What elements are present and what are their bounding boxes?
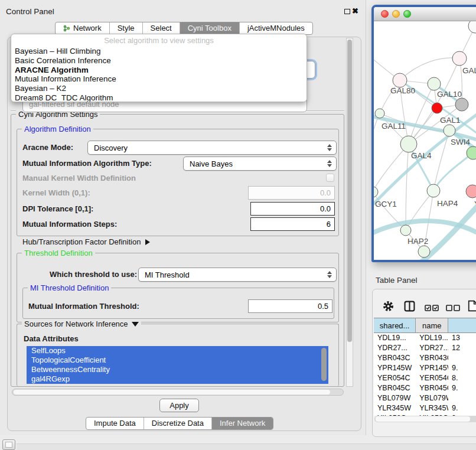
close-icon[interactable]: ✖ <box>352 6 358 15</box>
network-node-gal80[interactable] <box>393 73 407 87</box>
scrollbar-thumb[interactable] <box>347 40 352 342</box>
attribute-item-betweennesscentrality[interactable]: BetweennessCentrality <box>27 365 328 374</box>
attribute-item-gal4rgexp[interactable]: gal4RGexp <box>27 374 328 384</box>
node-label-swi4: SWI4 <box>451 138 470 146</box>
table-row[interactable]: YDR27...YDR27...12 <box>374 343 476 353</box>
network-node-hap4[interactable] <box>427 184 440 197</box>
algorithm-dropdown-placeholder: Select algorithm to view settings <box>11 34 307 47</box>
tab-select[interactable]: Select <box>142 22 180 34</box>
table-cell: YBR043C <box>416 353 448 363</box>
network-canvas[interactable]: GALGAL80GAL10GAL1GAL11SWI4GAL4GCY1HAP4YH… <box>374 21 476 260</box>
apply-button[interactable]: Apply <box>159 399 199 412</box>
table-cell: YBR043C <box>374 353 416 363</box>
column-header-shared[interactable]: shared... <box>374 318 416 332</box>
top-tab-bar: NetworkStyleSelectCyni ToolboxjActiveMNo… <box>55 22 313 35</box>
deselect-all-icon[interactable] <box>446 303 460 314</box>
network-node-gal1[interactable] <box>432 103 442 113</box>
tab-cyni-toolbox[interactable]: Cyni Toolbox <box>180 22 239 34</box>
algorithm-dropdown-popup: Select algorithm to view settings Bayesi… <box>11 34 307 102</box>
attribute-list-scrollbar[interactable] <box>321 348 327 381</box>
network-window-titlebar[interactable] <box>374 7 476 21</box>
table-row[interactable]: YBR043CYBR043C <box>374 353 476 363</box>
network-node-gal10[interactable] <box>428 77 441 90</box>
network-node-swi4[interactable] <box>444 125 455 136</box>
data-attributes-list: SelfLoopsTopologicalCoefficientBetweenne… <box>27 346 328 384</box>
mi-algorithm-type-select[interactable]: Naive Bayes <box>183 156 337 171</box>
algorithm-option-dream8-dc-tdc-algorithm[interactable]: Dream8 DC_TDC Algorithm <box>11 93 307 102</box>
sources-expander[interactable]: Sources for Network Inference <box>22 319 141 328</box>
aracne-mode-value: Discovery <box>94 144 128 152</box>
zoom-traffic-light-icon[interactable] <box>403 10 411 18</box>
tab-label: jActiveMNodules <box>247 22 305 34</box>
network-node[interactable] <box>455 98 468 111</box>
minimize-traffic-light-icon[interactable] <box>392 10 400 18</box>
mi-steps-field[interactable]: 6 <box>250 217 335 231</box>
settings-vertical-scrollbar[interactable] <box>346 38 353 387</box>
tab-impute-data[interactable]: Impute Data <box>86 418 144 429</box>
tab-label: Impute Data <box>94 418 136 429</box>
column-header-name[interactable]: name <box>416 318 448 332</box>
table-cell: 9. <box>448 383 476 393</box>
aracne-mode-label: Aracne Mode: <box>22 141 73 155</box>
network-node-hap2[interactable] <box>400 225 411 236</box>
table-cell: YPR145W <box>374 363 416 373</box>
algorithm-option-mutual-information-inference[interactable]: Mutual Information Inference <box>11 74 307 84</box>
document-icon[interactable] <box>467 300 476 314</box>
algorithm-option-bayesian-hill-climbing[interactable]: Bayesian – Hill Climbing <box>11 47 307 56</box>
aracne-mode-select[interactable]: Discovery <box>87 141 337 155</box>
table-horizontal-scrollbar[interactable] <box>374 416 476 422</box>
algorithm-option-basic-correlation-inference[interactable]: Basic Correlation Inference <box>11 56 307 66</box>
table-row[interactable]: YLR345WYLR345W9. <box>374 403 476 413</box>
which-threshold-select[interactable]: MI Threshold <box>138 268 337 282</box>
network-edge <box>406 144 409 230</box>
network-node-y[interactable] <box>466 185 476 198</box>
select-all-icon[interactable] <box>425 303 439 314</box>
manual-kernel-width-checkbox[interactable] <box>326 174 334 182</box>
expander-collapsed-icon <box>145 239 150 245</box>
tab-infer-network[interactable]: Infer Network <box>211 418 273 429</box>
attribute-item-topologicalcoefficient[interactable]: TopologicalCoefficient <box>27 356 328 365</box>
node-label-gal80: GAL80 <box>390 86 415 95</box>
table-cell: 12 <box>448 343 476 353</box>
network-node-gal11[interactable] <box>375 109 384 118</box>
tab-discretize-data[interactable]: Discretize Data <box>144 418 211 429</box>
mi-threshold-field[interactable]: 0.5 <box>248 299 332 313</box>
tab-label: Select <box>151 22 172 34</box>
data-attributes-label: Data Attributes <box>24 334 79 343</box>
network-node-gcy1[interactable] <box>374 187 378 197</box>
manual-kernel-width-label: Manual Kernel Width Definition <box>22 174 136 183</box>
table-row[interactable]: YPR145WYPR145W9. <box>374 363 476 373</box>
tab-label: Network <box>73 22 102 34</box>
column-header-2[interactable] <box>448 318 476 332</box>
table-row[interactable]: YDL19...YDL19...13 <box>374 333 476 343</box>
network-node-gal4[interactable] <box>400 136 417 152</box>
control-panel-window: Control Panel ✖ NetworkStyleSelectCyni T… <box>0 0 366 435</box>
gear-icon[interactable] <box>383 301 394 314</box>
scrollbar-thumb[interactable] <box>14 390 330 394</box>
tab-jactivemnodules[interactable]: jActiveMNodules <box>239 22 312 34</box>
algorithm-option-aracne-algorithm[interactable]: ARACNE Algorithm <box>11 66 307 75</box>
table-row[interactable]: YBL079WYBL079W <box>374 393 476 403</box>
close-traffic-light-icon[interactable] <box>381 10 389 18</box>
columns-icon[interactable] <box>404 301 415 314</box>
algorithm-option-bayesian-k2[interactable]: Bayesian – K2 <box>11 84 307 93</box>
table-row[interactable]: YBR045CYBR045C9. <box>374 383 476 393</box>
tab-network[interactable]: Network <box>56 22 109 34</box>
settings-horizontal-scrollbar[interactable] <box>12 389 344 396</box>
float-window-icon[interactable] <box>344 9 350 14</box>
table-row[interactable]: YER054CYER054C8. <box>374 373 476 383</box>
table-cell: YLR345W <box>416 403 448 413</box>
table-toolbar <box>373 300 476 313</box>
network-node[interactable] <box>468 21 476 33</box>
threshold-definition-title: Threshold Definition <box>22 249 95 257</box>
attribute-item-selfloops[interactable]: SelfLoops <box>27 346 328 356</box>
network-edge-highlighted <box>433 153 473 191</box>
hub-definition-expander[interactable]: Hub/Transcription Factor Definition <box>22 237 150 246</box>
scrollbar-thumb[interactable] <box>376 416 470 422</box>
minimized-panel-icon[interactable] <box>2 439 15 450</box>
table-cell <box>448 353 476 363</box>
network-node-gal[interactable] <box>452 51 467 66</box>
tab-style[interactable]: Style <box>109 22 142 34</box>
network-node[interactable] <box>418 246 430 257</box>
dpi-tolerance-field[interactable]: 0.0 <box>250 202 335 216</box>
